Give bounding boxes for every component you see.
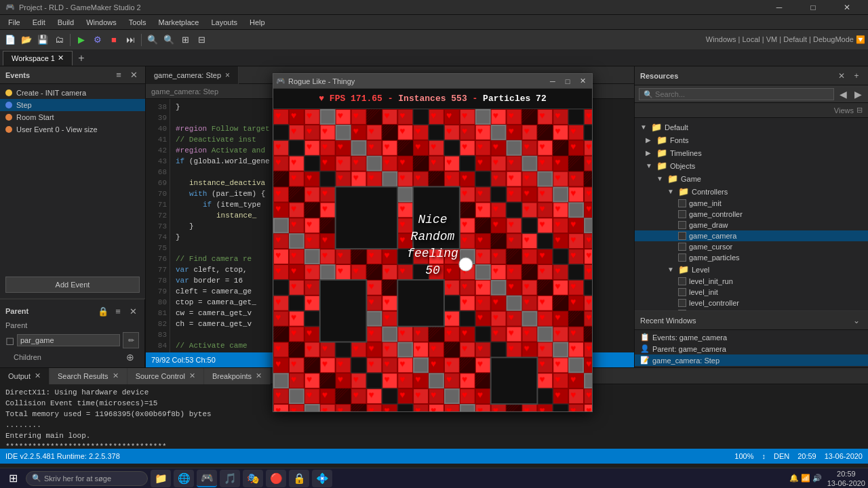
stop-button[interactable]: ■ [106,33,121,47]
close-button[interactable]: ✕ [831,0,863,15]
grid-button[interactable]: ⊟ [194,33,209,47]
code-tab-close-button[interactable]: × [225,70,230,80]
add-workspace-tab-button[interactable]: + [74,51,89,66]
search-nav-prev[interactable]: ◀ [837,88,849,100]
children-label: Children [8,352,47,363]
tree-item-default[interactable]: ▼ 📁 Default [635,121,868,134]
tree-item-level-init[interactable]: level_init [635,287,868,298]
menu-layouts[interactable]: Layouts [205,17,243,28]
tree-item-level[interactable]: ▼ 📁 Level [635,263,868,276]
tree-item-fonts[interactable]: ▶ 📁 Fonts [635,134,868,146]
tree-item-objects[interactable]: ▼ 📁 Objects [635,159,868,172]
parent-input-field[interactable] [17,334,120,346]
tab-breakpoints-label: Breakpoints [212,372,252,380]
tree-item-game-controller[interactable]: game_controller [635,209,868,220]
tab-source-close[interactable]: ✕ [189,371,195,380]
game-title-bar: 🎮 Rogue Like - Thingy ─ □ ✕ [273,74,592,89]
zoom-fit-button[interactable]: ⊞ [178,33,193,47]
bottom-tab-breakpoints[interactable]: Breakpoints ✕ [204,368,271,384]
tree-item-controllers[interactable]: ▼ 📁 Controllers [635,185,868,198]
resources-add-button[interactable]: + [850,70,863,82]
parent-close-button[interactable]: ✕ [127,305,139,317]
tab-search-close[interactable]: ✕ [113,371,119,380]
taskbar-app-music[interactable]: 🎵 [220,470,240,487]
resources-close-button[interactable]: ✕ [835,70,848,82]
start-button[interactable]: ⊞ [3,470,23,487]
menu-edit[interactable]: Edit [27,17,51,28]
tab-output-close[interactable]: ✕ [35,371,41,380]
taskbar-app-lock[interactable]: 🔒 [289,470,309,487]
save-button[interactable]: 💾 [35,33,50,47]
expand-icon-timelines: ▶ [646,149,654,157]
tree-item-game-cursor[interactable]: game_cursor [635,241,868,252]
bottom-tab-search[interactable]: Search Results ✕ [50,368,127,384]
tab-breakpoints-close[interactable]: ✕ [256,371,262,380]
bottom-tab-source[interactable]: Source Control ✕ [127,368,204,384]
tab-bar: Workspace 1 ✕ + [0,50,868,66]
taskbar-app-discord[interactable]: 🔴 [266,470,286,487]
recent-events-game-camera[interactable]: 📋 Events: game_camera [635,331,868,343]
taskbar-app-browser[interactable]: 🌐 [174,470,194,487]
checkbox-game-init [678,199,686,207]
tree-item-game[interactable]: ▼ 📁 Game [635,172,868,185]
open-button[interactable]: 📂 [19,33,34,47]
recent-windows-expand[interactable]: ⌄ [850,314,863,327]
tree-item-game-draw[interactable]: game_draw [635,220,868,230]
events-options-button[interactable]: ≡ [113,69,125,81]
tree-item-game-particles[interactable]: game_particles [635,252,868,263]
event-label-step: Step [16,101,32,109]
recent-parent-game-camera[interactable]: 👤 Parent: game_camera [635,343,868,354]
menu-help[interactable]: Help [244,17,271,28]
game-maximize-button[interactable]: □ [561,75,574,87]
minimize-button[interactable]: ─ [764,0,795,15]
event-item-step[interactable]: Step [0,99,145,111]
time-display: 20:59 [797,452,816,460]
taskbar-app-gem[interactable]: 💠 [312,470,332,487]
event-item-create[interactable]: Create - INIT camera [0,87,145,99]
event-item-userevent[interactable]: User Event 0 - View size [0,123,145,136]
game-close-button[interactable]: ✕ [576,75,589,87]
tree-item-level-init-run[interactable]: level_init_run [635,276,868,287]
menu-file[interactable]: File [3,17,26,28]
tree-item-game-camera[interactable]: game_camera [635,230,868,241]
event-item-roomstart[interactable]: Room Start [0,111,145,123]
taskbar-search-box[interactable]: 🔍 Skriv her for at søge [26,471,148,486]
zoom-in-button[interactable]: 🔍 [145,33,160,47]
taskbar-app-steam[interactable]: 🎭 [243,470,263,487]
step-button[interactable]: ⏭ [123,33,138,47]
menu-tools[interactable]: Tools [123,17,152,28]
play-button[interactable]: ▶ [74,33,89,47]
tree-item-level-controller[interactable]: level_controller [635,298,868,308]
recent-step-game-camera[interactable]: 📝 game_camera: Step [635,354,868,366]
new-button[interactable]: 📄 [3,33,18,47]
menu-windows[interactable]: Windows [81,17,122,28]
tree-item-game-init[interactable]: game_init [635,198,868,209]
taskbar-app-gamemaker[interactable]: 🎮 [197,470,217,487]
parent-lock-button[interactable]: 🔒 [97,305,109,317]
events-close-button[interactable]: ✕ [127,69,140,81]
game-minimize-button[interactable]: ─ [546,75,559,87]
save-all-button[interactable]: 🗂 [52,33,66,47]
search-nav-next[interactable]: ▶ [852,88,864,100]
debug-button[interactable]: ⚙ [90,33,105,47]
menu-build[interactable]: Build [52,17,79,28]
resources-search-input[interactable] [639,88,834,100]
bottom-tab-output[interactable]: Output ✕ [0,368,50,384]
code-tab-step[interactable]: game_camera: Step × [146,66,239,84]
add-event-button[interactable]: Add Event [5,277,140,293]
workspace-tab-close[interactable]: ✕ [58,54,64,62]
parent-edit-button[interactable]: ✏ [123,332,139,348]
parent-panel-header: Parent 🔒 ≡ ✕ [3,302,142,320]
checkbox-game-particles [678,253,686,262]
menu-marketplace[interactable]: Marketplace [153,17,204,28]
zoom-out-button[interactable]: 🔍 [161,33,176,47]
workspace-tab-1[interactable]: Workspace 1 ✕ [3,51,73,66]
children-add-button[interactable]: ⊕ [124,351,136,363]
game-header-text: ♥ FPS 171.65 - Instances 553 - Particles… [319,94,546,104]
tree-item-timelines[interactable]: ▶ 📁 Timelines [635,146,868,159]
parent-options-button[interactable]: ≡ [112,305,124,317]
ide-info-text: Windows | Local | VM | Default | DebugMo… [706,35,865,44]
maximize-button[interactable]: □ [797,0,829,15]
taskbar-app-explorer[interactable]: 📁 [151,470,171,487]
toolbar-separator-1 [70,34,71,46]
